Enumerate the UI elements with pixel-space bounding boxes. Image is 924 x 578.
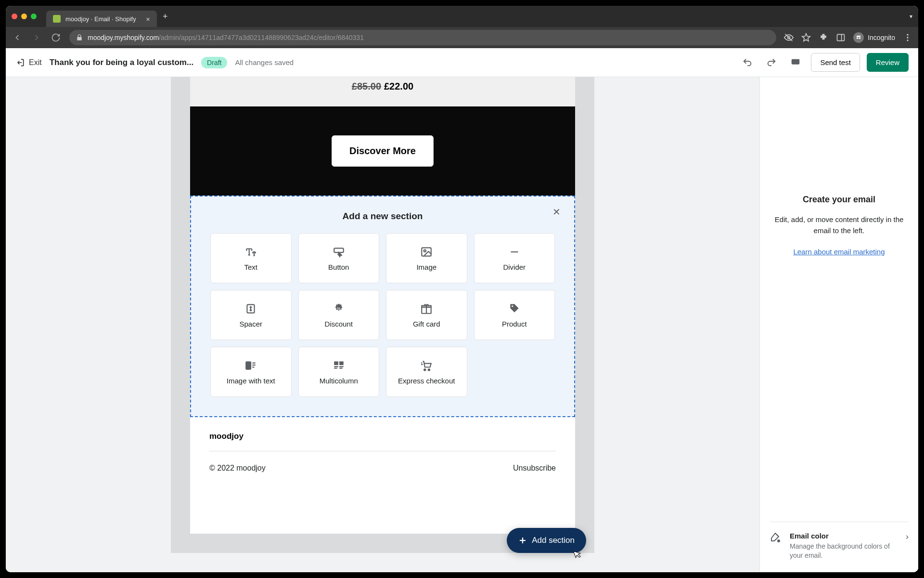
button-section[interactable]: Discover More xyxy=(190,106,575,196)
dropzone-close-button[interactable]: ✕ xyxy=(552,206,561,218)
text-icon xyxy=(244,246,257,258)
divider-icon xyxy=(508,246,521,258)
email-color-desc: Manage the background colors of your ema… xyxy=(790,542,899,561)
incognito-label: Incognito xyxy=(868,34,895,41)
section-option-express-checkout[interactable]: Express checkout xyxy=(386,347,467,397)
section-option-multicolumn[interactable]: Multicolumn xyxy=(298,347,380,397)
product-section[interactable]: A simple mug £85.00£22.00 xyxy=(190,77,575,106)
eye-off-icon[interactable] xyxy=(784,33,794,42)
url-bar: moodjoy.myshopify.com/admin/apps/14711ad… xyxy=(6,27,918,48)
right-panel-desc: Edit, add, or move content directly in t… xyxy=(770,214,909,236)
extensions-icon[interactable] xyxy=(819,33,828,42)
favicon-icon xyxy=(53,15,61,23)
old-price: £85.00 xyxy=(352,81,381,92)
url-input[interactable]: moodjoy.myshopify.com/admin/apps/14711ad… xyxy=(69,30,776,45)
svg-point-29 xyxy=(424,369,425,370)
section-label: Spacer xyxy=(239,320,262,328)
url-path: /admin/apps/14711ad7477a3d0211488990623a… xyxy=(159,34,364,41)
draft-badge: Draft xyxy=(201,57,227,68)
back-button[interactable] xyxy=(12,32,23,43)
svg-point-6 xyxy=(907,34,908,36)
section-label: Discount xyxy=(325,320,353,328)
exit-icon xyxy=(15,58,25,67)
save-status: All changes saved xyxy=(235,58,294,66)
add-section-label: Add section xyxy=(532,536,575,545)
desktop-preview-button[interactable] xyxy=(787,54,804,71)
window-maximize-icon[interactable] xyxy=(31,13,37,19)
section-option-image-with-text[interactable]: Image with text xyxy=(210,347,292,397)
send-test-button[interactable]: Send test xyxy=(811,53,860,72)
page-title: Thank you for being a loyal custom... xyxy=(50,58,193,67)
section-option-divider[interactable]: Divider xyxy=(474,233,555,283)
email-footer[interactable]: moodjoy © 2022 moodjoy Unsubscribe xyxy=(190,417,575,492)
svg-text:%: % xyxy=(337,306,341,311)
section-option-text[interactable]: Text xyxy=(210,233,292,283)
url-host: moodjoy.myshopify.com xyxy=(88,34,159,41)
incognito-icon xyxy=(853,32,864,43)
section-label: Image xyxy=(416,263,436,271)
svg-rect-19 xyxy=(246,362,251,369)
add-section-dropzone: ✕ Add a new section Text Button xyxy=(190,196,575,417)
svg-point-7 xyxy=(907,37,908,38)
multicolumn-icon xyxy=(333,359,345,372)
add-section-button[interactable]: Add section xyxy=(507,528,586,553)
svg-point-30 xyxy=(428,369,430,370)
star-icon[interactable] xyxy=(801,33,811,42)
email-color-title: Email color xyxy=(790,532,899,540)
section-option-image[interactable]: Image xyxy=(386,233,467,283)
footer-brand: moodjoy xyxy=(209,432,556,441)
section-option-giftcard[interactable]: Gift card xyxy=(386,290,467,340)
section-label: Divider xyxy=(503,263,526,271)
svg-point-18 xyxy=(512,305,513,306)
sidepanel-icon[interactable] xyxy=(836,33,846,42)
browser-tab-bar: moodjoy · Email · Shopify × + ▾ xyxy=(6,6,918,27)
window-minimize-icon[interactable] xyxy=(21,13,27,19)
tabs-menu-icon[interactable]: ▾ xyxy=(910,13,912,20)
image-text-icon xyxy=(244,359,257,372)
section-option-product[interactable]: Product xyxy=(474,290,555,340)
svg-point-4 xyxy=(857,37,859,39)
window-close-icon[interactable] xyxy=(12,13,17,19)
browser-tab[interactable]: moodjoy · Email · Shopify × xyxy=(46,11,157,27)
section-label: Image with text xyxy=(227,377,275,385)
email-color-row[interactable]: Email color Manage the background colors… xyxy=(770,522,909,561)
section-label: Button xyxy=(328,263,349,271)
section-option-discount[interactable]: % Discount xyxy=(298,290,380,340)
forward-button[interactable] xyxy=(31,32,42,43)
section-label: Text xyxy=(244,263,257,271)
exit-button[interactable]: Exit xyxy=(15,58,42,67)
chevron-right-icon: › xyxy=(906,532,909,542)
button-icon xyxy=(333,246,345,258)
svg-rect-24 xyxy=(339,361,344,365)
svg-point-8 xyxy=(907,39,908,41)
undo-button[interactable] xyxy=(739,54,756,71)
plus-icon xyxy=(518,536,527,545)
paint-icon xyxy=(770,532,783,545)
discover-more-button[interactable]: Discover More xyxy=(332,135,434,167)
svg-rect-9 xyxy=(792,59,800,64)
new-tab-button[interactable]: + xyxy=(163,12,168,22)
right-panel-title: Create your email xyxy=(770,195,909,205)
browser-menu-icon[interactable] xyxy=(903,33,912,42)
unsubscribe-link[interactable]: Unsubscribe xyxy=(513,464,556,473)
svg-point-33 xyxy=(778,540,780,542)
section-label: Multicolumn xyxy=(320,377,358,385)
section-label: Product xyxy=(502,320,527,328)
reload-button[interactable] xyxy=(50,32,62,43)
exit-label: Exit xyxy=(29,58,42,67)
redo-button[interactable] xyxy=(763,54,780,71)
section-option-spacer[interactable]: Spacer xyxy=(210,290,292,340)
tab-close-icon[interactable]: × xyxy=(146,15,150,23)
email-preview[interactable]: A simple mug £85.00£22.00 Discover More … xyxy=(190,77,575,534)
right-panel: Create your email Edit, add, or move con… xyxy=(759,77,918,572)
svg-point-5 xyxy=(859,37,861,39)
section-option-button[interactable]: Button xyxy=(298,233,380,283)
review-button[interactable]: Review xyxy=(867,53,909,72)
lock-icon xyxy=(76,34,83,41)
learn-email-marketing-link[interactable]: Learn about email marketing xyxy=(793,248,885,256)
new-price: £22.00 xyxy=(384,81,413,92)
express-checkout-icon xyxy=(420,359,433,372)
app-top-bar: Exit Thank you for being a loyal custom.… xyxy=(6,48,918,77)
incognito-indicator[interactable]: Incognito xyxy=(853,32,895,43)
svg-rect-23 xyxy=(334,361,338,365)
